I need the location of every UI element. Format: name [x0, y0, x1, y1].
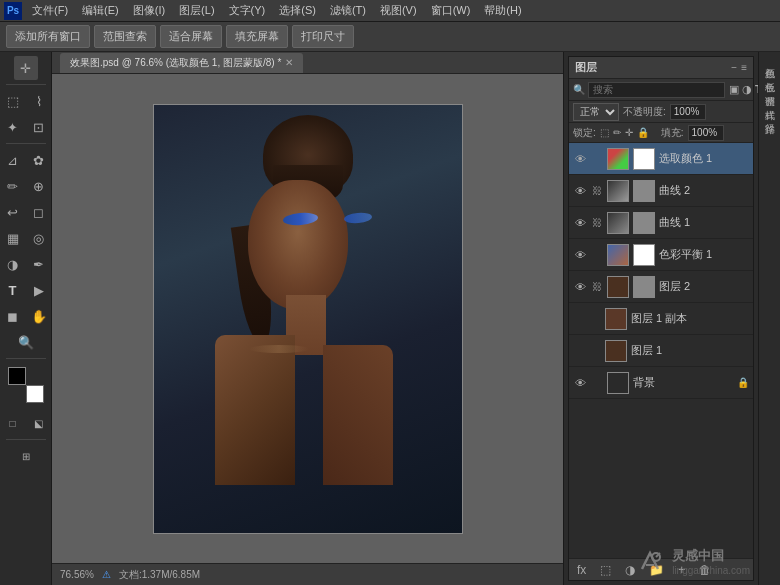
opacity-input[interactable]: [670, 104, 706, 120]
fit-screen-button[interactable]: 适合屏幕: [160, 25, 222, 48]
watermark-url: lingganchina.com: [672, 565, 750, 576]
layer-item[interactable]: 👁 选取颜色 1: [569, 143, 753, 175]
layers-panel: 图层 − ≡ 🔍 ▣ ◑ T ⬟ ◎ ●: [568, 56, 754, 581]
filter-adjust-icon[interactable]: ◑: [742, 83, 752, 96]
panels-area: 图层 − ≡ 🔍 ▣ ◑ T ⬟ ◎ ●: [563, 52, 758, 585]
tool-row-9: ◼ ✋: [1, 304, 51, 328]
foreground-color-box[interactable]: [8, 367, 26, 385]
menu-text[interactable]: 文字(Y): [223, 1, 272, 20]
menu-help[interactable]: 帮助(H): [478, 1, 527, 20]
menu-image[interactable]: 图像(I): [127, 1, 171, 20]
layer-mask-thumbnail: [633, 244, 655, 266]
gradient-tool[interactable]: ▦: [1, 226, 25, 250]
lasso-tool[interactable]: ⌇: [27, 89, 51, 113]
layers-panel-collapse[interactable]: −: [731, 62, 737, 73]
menu-window[interactable]: 窗口(W): [425, 1, 477, 20]
pen-tool[interactable]: ✒: [27, 252, 51, 276]
layer-thumbnail: [605, 340, 627, 362]
layer-item[interactable]: 图层 1 副本: [569, 303, 753, 335]
tool-row-1: ⬚ ⌇: [1, 89, 51, 113]
right-panel-swatches[interactable]: 色板: [761, 70, 779, 78]
layers-search-input[interactable]: [588, 82, 725, 98]
canvas-tab: 效果图.psd @ 76.6% (选取颜色 1, 图层蒙版/8) * ✕: [52, 52, 563, 74]
add-all-windows-button[interactable]: 添加所有窗口: [6, 25, 90, 48]
filter-pixel-icon[interactable]: ▣: [729, 83, 739, 96]
menu-edit[interactable]: 编辑(E): [76, 1, 125, 20]
path-select-tool[interactable]: ▶: [27, 278, 51, 302]
layer-thumbnail: [607, 148, 629, 170]
text-tool[interactable]: T: [1, 278, 25, 302]
layer-link-icon: ⛓: [591, 280, 603, 294]
layer-thumbnail: [607, 244, 629, 266]
right-panel-paths[interactable]: 路径: [761, 112, 779, 120]
layer-item[interactable]: 👁 背景 🔒: [569, 367, 753, 399]
layer-visibility-toggle[interactable]: 👁: [573, 184, 587, 198]
layer-name: 曲线 1: [659, 215, 749, 230]
standard-mode-icon[interactable]: □: [1, 411, 25, 435]
menu-file[interactable]: 文件(F): [26, 1, 74, 20]
layer-mask-thumbnail: [633, 180, 655, 202]
right-panel-adjustments[interactable]: 调整: [761, 84, 779, 92]
menu-filter[interactable]: 滤镜(T): [324, 1, 372, 20]
menu-select[interactable]: 选择(S): [273, 1, 322, 20]
tool-divider-1: [6, 84, 46, 85]
layer-link-icon: [591, 152, 603, 166]
add-mask-button[interactable]: ⬚: [596, 561, 615, 579]
move-tool[interactable]: ✛: [14, 56, 38, 80]
layer-item[interactable]: 👁 色彩平衡 1: [569, 239, 753, 271]
fill-input[interactable]: [688, 125, 724, 141]
watermark: 灵感中国 lingganchina.com: [634, 545, 750, 577]
tool-row-8: T ▶: [1, 278, 51, 302]
crop-tool[interactable]: ⊡: [27, 115, 51, 139]
layer-mask-thumbnail: [633, 276, 655, 298]
clone-tool[interactable]: ⊕: [27, 174, 51, 198]
zoom-tool[interactable]: 🔍: [14, 330, 38, 354]
tool-row-7: ◑ ✒: [1, 252, 51, 276]
lock-transparent-icon[interactable]: ⬚: [600, 127, 609, 138]
menu-view[interactable]: 视图(V): [374, 1, 423, 20]
menu-layer[interactable]: 图层(L): [173, 1, 220, 20]
layer-visibility-toggle[interactable]: 👁: [573, 376, 587, 390]
layer-visibility-toggle[interactable]: 👁: [573, 152, 587, 166]
print-size-button[interactable]: 打印尺寸: [292, 25, 354, 48]
canvas-tab-close[interactable]: ✕: [285, 57, 293, 68]
layer-visibility-toggle[interactable]: 👁: [573, 280, 587, 294]
quick-select-tool[interactable]: ✦: [1, 115, 25, 139]
right-panel-color[interactable]: 颜色: [761, 56, 779, 64]
layer-item[interactable]: 👁 ⛓ 曲线 1: [569, 207, 753, 239]
layer-visibility-toggle[interactable]: 👁: [573, 248, 587, 262]
history-brush-tool[interactable]: ↩: [1, 200, 25, 224]
marquee-tool[interactable]: ⬚: [1, 89, 25, 113]
lock-paint-icon[interactable]: ✏: [613, 127, 621, 138]
lock-position-icon[interactable]: ✛: [625, 127, 633, 138]
blend-mode-select[interactable]: 正常: [573, 103, 619, 121]
shape-tool[interactable]: ◼: [1, 304, 25, 328]
layer-item[interactable]: 👁 ⛓ 图层 2: [569, 271, 753, 303]
eyedropper-tool[interactable]: ⊿: [1, 148, 25, 172]
layer-item[interactable]: 👁 ⛓ 曲线 2: [569, 175, 753, 207]
canvas-tab-item[interactable]: 效果图.psd @ 76.6% (选取颜色 1, 图层蒙版/8) * ✕: [60, 53, 303, 73]
dodge-tool[interactable]: ◑: [1, 252, 25, 276]
lock-all-icon[interactable]: 🔒: [637, 127, 649, 138]
layer-thumbnail: [607, 212, 629, 234]
layer-visibility-toggle[interactable]: 👁: [573, 216, 587, 230]
tool-row-2: ✦ ⊡: [1, 115, 51, 139]
layers-panel-menu[interactable]: ≡: [741, 62, 747, 73]
hand-tool[interactable]: ✋: [27, 304, 51, 328]
layer-link-icon: [589, 312, 601, 326]
mode-icons: □ ⬕: [1, 411, 51, 435]
eraser-tool[interactable]: ◻: [27, 200, 51, 224]
blur-tool[interactable]: ◎: [27, 226, 51, 250]
fill-screen-button[interactable]: 填充屏幕: [226, 25, 288, 48]
spot-heal-tool[interactable]: ✿: [27, 148, 51, 172]
background-color-box[interactable]: [26, 385, 44, 403]
main-area: ✛ ⬚ ⌇ ✦ ⊡ ⊿ ✿ ✏ ⊕ ↩ ◻ ▦ ◎ ◑ ✒: [0, 52, 780, 585]
add-fx-button[interactable]: fx: [573, 561, 590, 579]
layer-thumbnail: [607, 372, 629, 394]
brush-tool[interactable]: ✏: [1, 174, 25, 198]
screen-mode-icon[interactable]: ⊞: [14, 444, 38, 468]
layer-item[interactable]: 图层 1: [569, 335, 753, 367]
quickmask-mode-icon[interactable]: ⬕: [27, 411, 51, 435]
range-search-button[interactable]: 范围查索: [94, 25, 156, 48]
right-panel-styles[interactable]: 样式: [761, 98, 779, 106]
